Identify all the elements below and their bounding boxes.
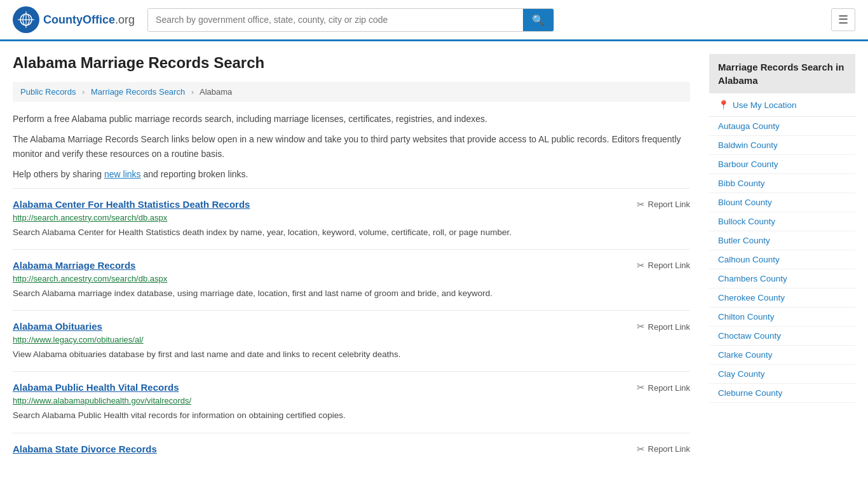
intro-3-prefix: Help others by sharing xyxy=(13,169,104,179)
page-container: Alabama Marriage Records Search Public R… xyxy=(0,41,868,480)
report-icon: ✂ xyxy=(637,260,645,271)
breadcrumb-public-records[interactable]: Public Records xyxy=(20,87,76,97)
sidebar-item-bibb[interactable]: Bibb County xyxy=(709,174,855,193)
breadcrumb: Public Records › Marriage Records Search… xyxy=(13,82,690,102)
logo[interactable]: CountyOffice.org xyxy=(13,6,135,33)
sidebar-item-choctaw[interactable]: Choctaw County xyxy=(709,327,855,345)
report-link-label: Report Link xyxy=(648,383,690,393)
result-description: Search Alabama marriage index database, … xyxy=(13,287,690,300)
breadcrumb-alabama: Alabama xyxy=(200,87,232,97)
sidebar-title: Marriage Records Search in Alabama xyxy=(709,54,855,93)
report-link-button[interactable]: ✂ Report Link xyxy=(637,444,690,455)
report-icon: ✂ xyxy=(637,444,645,455)
result-item: Alabama Marriage Records ✂ Report Link h… xyxy=(13,249,690,310)
result-title[interactable]: Alabama Center For Health Statistics Dea… xyxy=(13,199,250,210)
intro-paragraph-2: The Alabama Marriage Records Search link… xyxy=(13,132,690,161)
list-item: Chilton County xyxy=(709,308,855,327)
sidebar-item-clay[interactable]: Clay County xyxy=(709,365,855,383)
result-header: Alabama Center For Health Statistics Dea… xyxy=(13,199,690,210)
sidebar: Marriage Records Search in Alabama 📍 Use… xyxy=(709,54,855,468)
list-item: Butler County xyxy=(709,231,855,250)
new-links-link[interactable]: new links xyxy=(104,169,141,179)
sidebar-item-clarke[interactable]: Clarke County xyxy=(709,346,855,364)
logo-text: CountyOffice.org xyxy=(43,13,135,27)
result-header: Alabama State Divorce Records ✂ Report L… xyxy=(13,444,690,455)
result-title[interactable]: Alabama Public Health Vital Records xyxy=(13,382,179,393)
use-my-location-button[interactable]: 📍 Use My Location xyxy=(709,93,855,117)
list-item: Clay County xyxy=(709,365,855,384)
report-link-button[interactable]: ✂ Report Link xyxy=(637,199,690,210)
search-input[interactable] xyxy=(148,10,523,30)
breadcrumb-sep-2: › xyxy=(191,87,194,97)
sidebar-item-blount[interactable]: Blount County xyxy=(709,193,855,212)
result-title[interactable]: Alabama Obituaries xyxy=(13,321,102,332)
search-button[interactable]: 🔍 xyxy=(523,9,553,31)
report-link-button[interactable]: ✂ Report Link xyxy=(637,382,690,393)
report-link-label: Report Link xyxy=(648,322,690,332)
result-description: Search Alabama Public Health vital recor… xyxy=(13,409,690,422)
list-item: Choctaw County xyxy=(709,327,855,346)
sidebar-item-cleburne[interactable]: Cleburne County xyxy=(709,384,855,402)
intro-paragraph-1: Perform a free Alabama public marriage r… xyxy=(13,112,690,126)
sidebar-item-chambers[interactable]: Chambers County xyxy=(709,269,855,288)
sidebar-item-butler[interactable]: Butler County xyxy=(709,231,855,250)
site-header: CountyOffice.org 🔍 ☰ xyxy=(0,0,868,41)
result-url[interactable]: http://search.ancestry.com/search/db.asp… xyxy=(13,213,690,222)
sidebar-item-bullock[interactable]: Bullock County xyxy=(709,212,855,231)
list-item: Baldwin County xyxy=(709,136,855,155)
result-url[interactable]: http://search.ancestry.com/search/db.asp… xyxy=(13,274,690,283)
report-icon: ✂ xyxy=(637,199,645,210)
report-link-label: Report Link xyxy=(648,444,690,454)
report-link-button[interactable]: ✂ Report Link xyxy=(637,321,690,332)
breadcrumb-marriage-records[interactable]: Marriage Records Search xyxy=(91,87,185,97)
report-link-label: Report Link xyxy=(648,200,690,209)
sidebar-item-barbour[interactable]: Barbour County xyxy=(709,155,855,173)
page-title: Alabama Marriage Records Search xyxy=(13,54,690,72)
intro-paragraph-3: Help others by sharing new links and rep… xyxy=(13,167,690,181)
result-item: Alabama Center For Health Statistics Dea… xyxy=(13,188,690,249)
menu-button[interactable]: ☰ xyxy=(831,8,855,31)
result-header: Alabama Obituaries ✂ Report Link xyxy=(13,321,690,332)
sidebar-item-baldwin[interactable]: Baldwin County xyxy=(709,136,855,154)
list-item: Bibb County xyxy=(709,174,855,193)
list-item: Clarke County xyxy=(709,346,855,365)
list-item: Blount County xyxy=(709,193,855,212)
list-item: Barbour County xyxy=(709,155,855,174)
search-icon: 🔍 xyxy=(532,15,545,25)
menu-icon: ☰ xyxy=(838,13,848,26)
result-header: Alabama Marriage Records ✂ Report Link xyxy=(13,260,690,271)
location-label: Use My Location xyxy=(733,100,797,110)
sidebar-item-autauga[interactable]: Autauga County xyxy=(709,117,855,135)
search-bar: 🔍 xyxy=(147,8,554,32)
result-title[interactable]: Alabama State Divorce Records xyxy=(13,444,157,454)
intro-3-suffix: and reporting broken links. xyxy=(141,169,248,179)
list-item: Cleburne County xyxy=(709,384,855,403)
result-url[interactable]: http://www.legacy.com/obituaries/al/ xyxy=(13,335,690,344)
county-list: Autauga County Baldwin County Barbour Co… xyxy=(709,117,855,403)
logo-icon xyxy=(13,6,39,33)
result-description: View Alabama obituaries database by firs… xyxy=(13,348,690,361)
report-icon: ✂ xyxy=(637,382,645,393)
results-list: Alabama Center For Health Statistics Dea… xyxy=(13,188,690,468)
report-link-label: Report Link xyxy=(648,261,690,270)
location-pin-icon: 📍 xyxy=(718,100,729,110)
main-content: Alabama Marriage Records Search Public R… xyxy=(13,54,690,468)
result-item: Alabama Obituaries ✂ Report Link http://… xyxy=(13,310,690,371)
list-item: Chambers County xyxy=(709,269,855,288)
list-item: Bullock County xyxy=(709,212,855,231)
result-item: Alabama State Divorce Records ✂ Report L… xyxy=(13,433,690,468)
result-header: Alabama Public Health Vital Records ✂ Re… xyxy=(13,382,690,393)
report-link-button[interactable]: ✂ Report Link xyxy=(637,260,690,271)
list-item: Autauga County xyxy=(709,117,855,136)
sidebar-item-chilton[interactable]: Chilton County xyxy=(709,308,855,326)
sidebar-item-calhoun[interactable]: Calhoun County xyxy=(709,250,855,269)
sidebar-item-cherokee[interactable]: Cherokee County xyxy=(709,288,855,307)
result-url[interactable]: http://www.alabamapublichealth.gov/vital… xyxy=(13,396,690,405)
result-item: Alabama Public Health Vital Records ✂ Re… xyxy=(13,371,690,432)
result-title[interactable]: Alabama Marriage Records xyxy=(13,260,135,271)
report-icon: ✂ xyxy=(637,321,645,332)
result-description: Search Alabama Center for Health Statist… xyxy=(13,226,690,239)
list-item: Cherokee County xyxy=(709,288,855,308)
breadcrumb-sep-1: › xyxy=(82,87,85,97)
list-item: Calhoun County xyxy=(709,250,855,269)
